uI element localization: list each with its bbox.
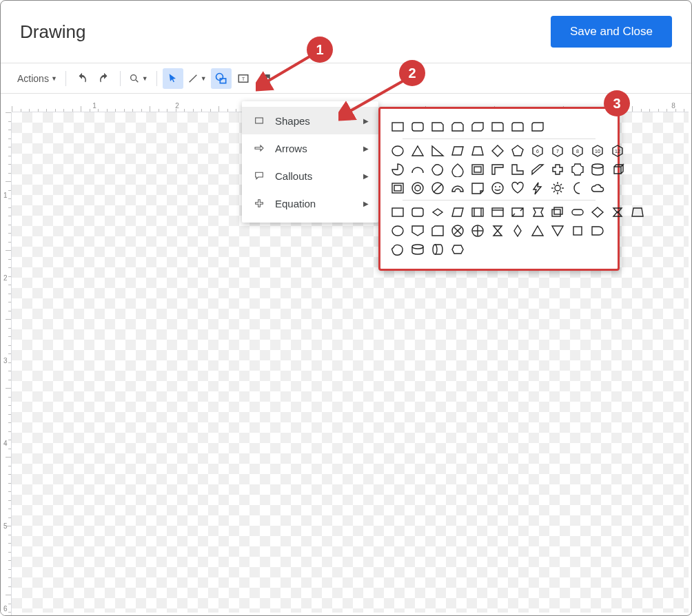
equation-icon — [253, 197, 265, 209]
shape-snip-corner[interactable] — [430, 119, 445, 134]
shape-half-frame[interactable] — [490, 162, 505, 177]
shape-heart[interactable] — [510, 181, 525, 196]
shape-d-shape[interactable] — [590, 223, 605, 238]
ruler-mark: 1 — [92, 102, 96, 110]
menu-item-shapes[interactable]: Shapes ▶ — [242, 107, 378, 134]
shape-blob2[interactable] — [390, 242, 405, 257]
shape-shape-diamond[interactable] — [590, 205, 605, 220]
palette-separator — [403, 138, 596, 139]
shape-circle-x[interactable] — [450, 223, 465, 238]
undo-button[interactable] — [72, 68, 92, 89]
select-tool-button[interactable] — [163, 68, 183, 89]
shape-shield[interactable] — [410, 223, 425, 238]
save-and-close-button[interactable]: Save and Close — [551, 16, 672, 48]
shape-donut[interactable] — [410, 181, 425, 196]
menu-item-callouts[interactable]: Callouts ▶ — [242, 162, 378, 189]
shape-hex-wide[interactable] — [450, 242, 465, 257]
shape-drum[interactable] — [410, 242, 425, 257]
shape-plus[interactable] — [550, 162, 565, 177]
shape-no-sign[interactable] — [430, 181, 445, 196]
shape-rect[interactable] — [390, 119, 405, 134]
shape-tri-up[interactable] — [530, 223, 545, 238]
shape-tool-button[interactable] — [211, 68, 232, 89]
shape-lightning[interactable] — [530, 181, 545, 196]
menu-item-equation[interactable]: Equation ▶ — [242, 189, 378, 217]
svg-line-35 — [553, 184, 555, 185]
shape-round2[interactable] — [410, 205, 425, 220]
shape-bevel[interactable] — [390, 181, 405, 196]
shape-diamond2[interactable] — [430, 205, 445, 220]
shape-sun[interactable] — [550, 181, 565, 196]
svg-text:T: T — [241, 76, 245, 82]
shape-triangle[interactable] — [410, 143, 425, 158]
shape-parallelogram2[interactable] — [450, 205, 465, 220]
shape-cloud[interactable] — [590, 181, 605, 196]
shape-hexagon-6[interactable]: 6 — [530, 143, 545, 158]
shape-arc[interactable] — [410, 162, 425, 177]
shape-round-diag[interactable] — [530, 119, 545, 134]
shape-trapezoid[interactable] — [470, 143, 485, 158]
image-tool-button[interactable] — [255, 68, 276, 89]
svg-point-49 — [392, 226, 403, 236]
shape-tri-down[interactable] — [550, 223, 565, 238]
redo-button[interactable] — [94, 68, 114, 89]
line-tool-button[interactable]: ▼ — [185, 68, 210, 89]
shape-frame[interactable] — [470, 162, 485, 177]
shape-round-top[interactable] — [510, 119, 525, 134]
shape-diamond[interactable] — [490, 143, 505, 158]
shape-rect2[interactable] — [390, 205, 405, 220]
svg-rect-46 — [552, 209, 560, 216]
shape-cylinder[interactable] — [430, 242, 445, 257]
shape-sort[interactable] — [610, 205, 625, 220]
shape-snip-top[interactable] — [450, 119, 465, 134]
shape-oval2[interactable] — [390, 223, 405, 238]
select-icon — [167, 73, 179, 84]
shape-snip-diag[interactable] — [470, 119, 485, 134]
shape-round-corner[interactable] — [490, 119, 505, 134]
shape-trapezoid2[interactable] — [630, 205, 645, 220]
svg-point-27 — [492, 183, 503, 194]
svg-line-37 — [560, 184, 562, 185]
shape-octagon-8[interactable]: 8 — [570, 143, 585, 158]
svg-line-2 — [189, 74, 196, 82]
shape-storage[interactable] — [530, 205, 545, 220]
shape-smiley[interactable] — [490, 181, 505, 196]
actions-menu-button[interactable]: Actions ▼ — [14, 68, 60, 89]
shape-oval[interactable] — [390, 143, 405, 158]
shape-pie[interactable] — [390, 162, 405, 177]
shape-square[interactable] — [570, 223, 585, 238]
shape-blob[interactable] — [430, 162, 445, 177]
shape-plaque[interactable] — [570, 162, 585, 177]
shape-predefine[interactable] — [490, 205, 505, 220]
shape-l-shape[interactable] — [510, 162, 525, 177]
shape-dodecagon-12[interactable]: 12 — [610, 143, 625, 158]
shape-moon[interactable] — [570, 181, 585, 196]
textbox-tool-button[interactable]: T — [233, 68, 254, 89]
shape-right-tri[interactable] — [430, 143, 445, 158]
shape-pentagon[interactable] — [510, 143, 525, 158]
svg-rect-48 — [572, 209, 583, 215]
shape-diamond3[interactable] — [510, 223, 525, 238]
shape-alt[interactable] — [510, 205, 525, 220]
callouts-icon — [253, 170, 265, 182]
shape-hourglass[interactable] — [490, 223, 505, 238]
shape-round-rect[interactable] — [410, 119, 425, 134]
shape-card[interactable] — [430, 223, 445, 238]
zoom-button[interactable]: ▼ — [126, 68, 151, 89]
shape-can[interactable] — [590, 162, 605, 177]
shape-heptagon-7[interactable]: 7 — [550, 143, 565, 158]
shape-decagon-10[interactable]: 10 — [590, 143, 605, 158]
shape-circle-plus[interactable] — [470, 223, 485, 238]
shape-flow-round[interactable] — [570, 205, 585, 220]
shape-sides[interactable] — [470, 205, 485, 220]
menu-label: Callouts — [275, 170, 312, 182]
shape-parallelogram[interactable] — [450, 143, 465, 158]
shape-folded[interactable] — [470, 181, 485, 196]
shape-teardrop[interactable] — [450, 162, 465, 177]
shape-diag-stripe[interactable] — [530, 162, 545, 177]
shape-cube[interactable] — [610, 162, 625, 177]
svg-rect-19 — [474, 167, 481, 172]
shape-multi[interactable] — [550, 205, 565, 220]
menu-item-arrows[interactable]: Arrows ▶ — [242, 134, 378, 162]
shape-block-arc[interactable] — [450, 181, 465, 196]
